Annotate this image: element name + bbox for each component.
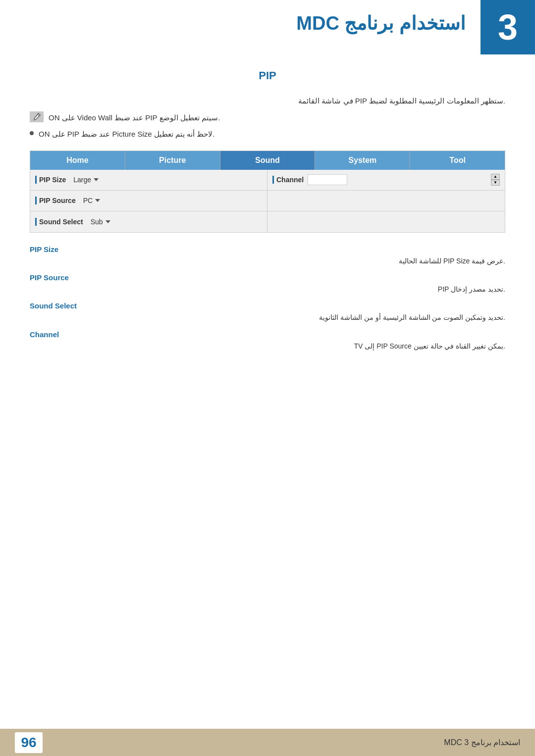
pip-size-label: PIP Size bbox=[35, 176, 66, 184]
desc-text-2: .تحديد وتمكين الصوت من الشاشة الرئيسية أ… bbox=[30, 312, 505, 323]
pencil-svg bbox=[32, 112, 41, 121]
intro-text: .ستظهر المعلومات الرئيسية المطلوبة لضبط … bbox=[30, 95, 505, 107]
table-right-col: Channel ▲ ▼ bbox=[268, 170, 505, 232]
pip-source-dropdown-icon[interactable] bbox=[95, 199, 100, 202]
footer-page-number: 96 bbox=[15, 732, 43, 753]
chapter-wrapper: 3 bbox=[471, 0, 535, 54]
empty-row-2 bbox=[268, 211, 505, 232]
pip-size-dropdown-icon[interactable] bbox=[94, 178, 99, 181]
bullet-text-1: .سيتم تعطيل الوضع PIP عند ضبط Video Wall… bbox=[49, 111, 220, 124]
pip-size-value: Large bbox=[73, 176, 91, 184]
footer-text: استخدام برنامج MDC 3 bbox=[444, 738, 520, 747]
empty-row-1 bbox=[268, 191, 505, 211]
header: استخدام برنامج MDC 3 bbox=[0, 0, 535, 54]
tab-header: Home Picture Sound System Tool bbox=[30, 151, 505, 170]
bullet-dot bbox=[30, 131, 34, 135]
desc-text-3: .يمكن تغيير القناة في حالة تعيين PIP Sou… bbox=[30, 341, 505, 352]
desc-title-2: Sound Select bbox=[30, 302, 505, 310]
pencil-icon bbox=[30, 111, 44, 122]
sound-select-label: Sound Select bbox=[35, 218, 83, 226]
description-section: PIP Size .عرض قيمة PIP Size للشاشة الحال… bbox=[30, 245, 505, 352]
tab-system[interactable]: System bbox=[315, 151, 410, 170]
channel-spinner: ▲ ▼ bbox=[491, 174, 500, 186]
tab-home[interactable]: Home bbox=[30, 151, 125, 170]
footer: 96 استخدام برنامج MDC 3 bbox=[0, 729, 535, 756]
table-body: PIP Size Large PIP Source PC Sound Selec… bbox=[30, 170, 505, 232]
desc-title-1: PIP Source bbox=[30, 273, 505, 282]
desc-text-1: .تحديد مصدر إدخال PIP bbox=[30, 284, 505, 295]
header-title: استخدام برنامج MDC bbox=[296, 12, 466, 34]
pip-source-label: PIP Source bbox=[35, 197, 76, 204]
pip-title: PIP bbox=[30, 69, 505, 82]
channel-label: Channel bbox=[272, 176, 304, 184]
tab-picture[interactable]: Picture bbox=[125, 151, 220, 170]
channel-input[interactable] bbox=[308, 174, 347, 185]
spinner-up[interactable]: ▲ bbox=[491, 174, 500, 180]
content-area: PIP .ستظهر المعلومات الرئيسية المطلوبة ل… bbox=[0, 54, 535, 388]
bullet-row-2: .لاحظ أنه يتم تعطيل Picture Size عند ضبط… bbox=[30, 128, 505, 141]
pip-source-row: PIP Source PC bbox=[30, 191, 267, 211]
chapter-number: 3 bbox=[498, 9, 518, 45]
sound-select-value: Sub bbox=[91, 218, 103, 226]
table-left-col: PIP Size Large PIP Source PC Sound Selec… bbox=[30, 170, 268, 232]
sound-select-dropdown-icon[interactable] bbox=[106, 220, 110, 223]
ui-table: Home Picture Sound System Tool PIP Size … bbox=[30, 151, 505, 233]
desc-title-0: PIP Size bbox=[30, 245, 505, 253]
desc-text-0: .عرض قيمة PIP Size للشاشة الحالية bbox=[30, 255, 505, 266]
tab-sound[interactable]: Sound bbox=[220, 151, 316, 170]
spinner-down[interactable]: ▼ bbox=[491, 180, 500, 186]
chapter-box: 3 bbox=[481, 0, 535, 54]
desc-title-3: Channel bbox=[30, 330, 505, 339]
channel-row: Channel ▲ ▼ bbox=[268, 170, 505, 191]
sound-select-row: Sound Select Sub bbox=[30, 211, 267, 232]
pip-source-value: PC bbox=[83, 197, 93, 204]
bullet-text-2: .لاحظ أنه يتم تعطيل Picture Size عند ضبط… bbox=[39, 128, 214, 141]
bullet-row-1: .سيتم تعطيل الوضع PIP عند ضبط Video Wall… bbox=[30, 111, 505, 124]
pip-size-row: PIP Size Large bbox=[30, 170, 267, 191]
tab-tool[interactable]: Tool bbox=[410, 151, 505, 170]
